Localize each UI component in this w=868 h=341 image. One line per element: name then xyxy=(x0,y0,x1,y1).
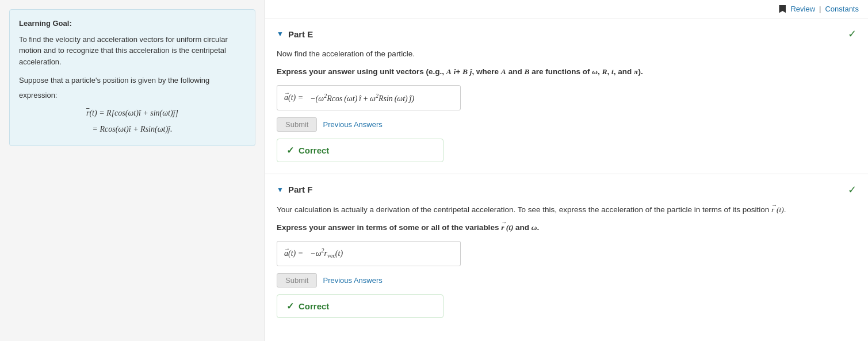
part-e-correct-check-icon: ✓ xyxy=(286,145,294,156)
part-e-correct-label: Correct xyxy=(299,145,329,155)
part-f-section: ▼ Part F ✓ Your calculation is actually … xyxy=(265,174,868,329)
part-f-answer-label: a→ (t) = xyxy=(284,249,303,258)
part-f-correct-check-icon: ✓ xyxy=(286,301,294,312)
part-e-instruction-bold: Express your answer using unit vectors (… xyxy=(277,66,856,78)
review-link[interactable]: Review xyxy=(790,5,815,13)
part-e-correct-badge: ✓ Correct xyxy=(277,139,443,162)
top-bar: Review | Constants xyxy=(265,0,868,18)
part-e-instruction: Now find the acceleration of the particl… xyxy=(277,48,856,60)
formula-intro: Suppose that a particle's position is gi… xyxy=(19,73,246,103)
learning-goal-desc: To find the velocity and acceleration ve… xyxy=(19,34,246,68)
part-f-check-icon: ✓ xyxy=(848,183,856,196)
part-f-submit-button[interactable]: Submit xyxy=(277,273,317,288)
learning-goal-formula: Suppose that a particle's position is gi… xyxy=(19,73,246,137)
part-e-answer-field: a→ (t) = −(ω2Rcos (ωt) î + ω2Rsin (ωt) ĵ… xyxy=(277,85,461,110)
part-f-header-left: ▼ Part F xyxy=(277,185,312,194)
part-f-instruction: Your calculation is actually a derivatio… xyxy=(277,204,856,216)
formula-line1: r(t) = R[cos(ωt)î + sin(ωt)ĵ] xyxy=(19,105,246,121)
part-f-chevron-icon[interactable]: ▼ xyxy=(277,186,284,194)
part-f-title: Part F xyxy=(288,185,313,194)
top-bar-links: Review | Constants xyxy=(779,5,859,13)
part-f-submit-row: Submit Previous Answers xyxy=(277,273,856,288)
part-f-correct-badge: ✓ Correct xyxy=(277,294,443,318)
part-f-prev-answers-link[interactable]: Previous Answers xyxy=(323,276,382,285)
part-f-answer-value: −ω2rvec(t) xyxy=(310,247,343,259)
part-e-submit-button[interactable]: Submit xyxy=(277,117,317,132)
part-e-title: Part E xyxy=(288,29,313,39)
learning-goal-title: Learning Goal: xyxy=(19,18,246,29)
part-e-section: ▼ Part E ✓ Now find the acceleration of … xyxy=(265,18,868,174)
constants-link[interactable]: Constants xyxy=(825,5,859,13)
part-f-answer-field: a→ (t) = −ω2rvec(t) xyxy=(277,241,461,266)
part-e-header: ▼ Part E ✓ xyxy=(277,28,856,40)
part-e-header-left: ▼ Part E xyxy=(277,29,313,39)
learning-goal-box: Learning Goal: To find the velocity and … xyxy=(9,9,255,146)
part-e-prev-answers-link[interactable]: Previous Answers xyxy=(323,120,382,129)
part-e-chevron-icon[interactable]: ▼ xyxy=(277,30,284,38)
part-f-correct-label: Correct xyxy=(299,301,329,311)
sidebar: Learning Goal: To find the velocity and … xyxy=(0,0,265,341)
formula-line2: = Rcos(ωt)î + Rsin(ωt)ĵ. xyxy=(19,121,246,137)
part-e-check-icon: ✓ xyxy=(848,28,856,40)
bookmark-icon xyxy=(779,5,786,13)
main-content: Review | Constants ▼ Part E ✓ Now find t… xyxy=(265,0,868,341)
part-e-submit-row: Submit Previous Answers xyxy=(277,117,856,132)
part-e-answer-label: a→ (t) = xyxy=(284,93,303,102)
part-f-instruction-bold: Express your answer in terms of some or … xyxy=(277,221,856,234)
separator: | xyxy=(819,5,821,13)
part-e-answer-value: −(ω2Rcos (ωt) î + ω2Rsin (ωt) ĵ) xyxy=(310,93,414,104)
part-f-header: ▼ Part F ✓ xyxy=(277,183,856,196)
